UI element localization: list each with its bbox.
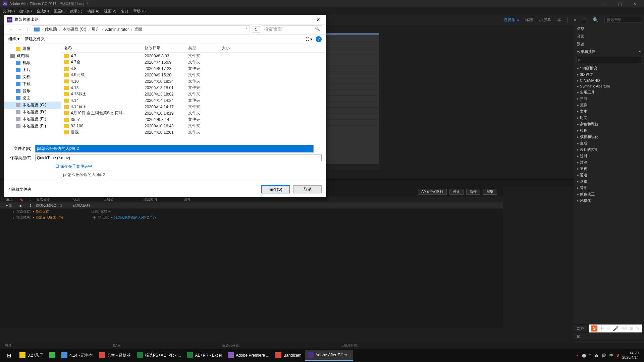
col-notes[interactable]: 注释	[184, 197, 224, 202]
dialog-file-list[interactable]: 名称 修改日期 类型 大小 4.72020/4/8 8:03文件夹4.7全202…	[61, 44, 326, 141]
file-row[interactable]: 4.13截图2020/4/13 18:02文件夹	[61, 91, 326, 97]
view-mode-button[interactable]: ☷ ▾	[306, 37, 312, 42]
taskbar-item[interactable]: Bandicam	[273, 350, 304, 361]
tray-net-icon[interactable]: 🖧	[594, 353, 598, 357]
start-button[interactable]: ⊞	[2, 349, 15, 362]
taskbar-item[interactable]: 长空 - 吕婕菲	[96, 350, 133, 361]
workspace-essentials[interactable]: 必要项 ≡	[503, 17, 519, 23]
taskbar-item[interactable]: Adobe Premiere ...	[225, 350, 272, 361]
menu-file[interactable]: 文件(F)	[3, 9, 15, 14]
fx-category[interactable]: 透视	[576, 166, 642, 172]
workspace-small[interactable]: 小屏幕	[539, 17, 551, 23]
fx-category[interactable]: 模拟	[576, 127, 642, 134]
col-type[interactable]: 类型	[185, 44, 219, 53]
fx-category[interactable]: 抠像	[576, 102, 642, 108]
menu-window[interactable]: 窗口	[121, 9, 128, 14]
fx-category[interactable]: Synthetic Aperture	[576, 83, 642, 89]
col-size[interactable]: 大小	[219, 44, 326, 53]
render-settings-link[interactable]: ▾ 最佳设置	[33, 209, 49, 214]
sidebar-item[interactable]: 本地磁盘 (F:)	[4, 123, 61, 130]
menu-edit[interactable]: 编辑(E)	[19, 9, 32, 14]
nav-forward-button[interactable]: →	[16, 27, 23, 32]
ime-logo-icon[interactable]: S	[591, 325, 597, 331]
file-row[interactable]: 4.102020/4/10 18:34文件夹	[61, 78, 326, 84]
sidebar-item[interactable]: 此电脑	[4, 52, 61, 59]
dialog-close-button[interactable]: ✕	[314, 17, 323, 22]
col-render[interactable]: 渲染	[6, 197, 19, 202]
help-search-input[interactable]	[604, 17, 641, 23]
system-tray[interactable]: ● ⬤ ^ 🖧 🔊 中 S 14:29 2020/4/14	[576, 351, 642, 360]
dialog-search-input[interactable]: 搜索"桌面"🔍	[262, 25, 322, 33]
refresh-button[interactable]: ↻	[252, 26, 260, 33]
fx-category[interactable]: 时间	[576, 115, 642, 121]
sidebar-item[interactable]: 本地磁盘 (E:)	[4, 116, 61, 123]
file-row[interactable]: 4.142020/4/14 14:24文件夹	[61, 97, 326, 104]
ime-keyboard-icon[interactable]: ⌨	[621, 326, 627, 331]
menu-effect[interactable]: 效果(T)	[70, 9, 82, 14]
organize-button[interactable]: 组织 ▾	[8, 36, 19, 42]
ime-skin-icon[interactable]: ✎	[636, 326, 640, 331]
panel-reset-icon[interactable]: ⬚	[582, 17, 587, 22]
file-row[interactable]: 35-512020/4/9 8:14文件夹	[61, 116, 326, 123]
sidebar-item[interactable]: 文档	[4, 73, 61, 80]
fx-category[interactable]: 表达式控制	[576, 146, 642, 153]
panel-library[interactable]: 库	[574, 333, 644, 341]
minimize-button[interactable]: —	[599, 0, 612, 7]
sidebar-item[interactable]: 音乐	[4, 87, 61, 95]
panel-info[interactable]: 信息	[574, 25, 644, 33]
sidebar-item[interactable]: 本地磁盘 (C:)	[4, 102, 61, 109]
filename-dropdown-icon[interactable]: ˅	[316, 146, 322, 151]
sidebar-item[interactable]: 桌面	[4, 95, 61, 102]
col-time[interactable]: 渲染时间	[144, 197, 184, 202]
menu-view[interactable]: 视图(V)	[104, 9, 116, 14]
workspace-standard[interactable]: 标准	[525, 17, 533, 23]
fx-category[interactable]: 过渡	[576, 159, 642, 166]
tray-ime-icon[interactable]: S	[616, 353, 619, 357]
fx-category[interactable]: * 动画预设	[576, 65, 642, 71]
col-started[interactable]: 已启动	[103, 197, 144, 202]
file-row[interactable]: 4.82020/4/8 17:23文件夹	[61, 65, 326, 72]
file-row[interactable]: 4.14截图2020/4/14 14:17文件夹	[61, 104, 326, 110]
fx-category[interactable]: 风格化	[576, 197, 642, 204]
ime-settings-icon[interactable]: ⚙	[629, 326, 634, 331]
file-row[interactable]: 4.7全2020/4/7 15:09文件夹	[61, 59, 326, 65]
taskbar-item[interactable]: 4.14 - 记事本	[59, 350, 96, 361]
file-row[interactable]: 4.9完成2020/4/9 15:20文件夹	[61, 72, 326, 78]
panel-preview[interactable]: 预览	[574, 40, 644, 48]
subfolder-checkbox[interactable]: ☐ 保存在子文件夹中	[8, 162, 322, 171]
fx-category[interactable]: 音频	[576, 185, 642, 191]
stop-button[interactable]: 停止	[449, 189, 464, 195]
fx-category[interactable]: 过时	[576, 153, 642, 159]
tray-up-icon[interactable]: ^	[589, 353, 591, 357]
col-name[interactable]: 名称	[61, 44, 142, 53]
cancel-button[interactable]: 取消	[293, 185, 322, 193]
ime-mic-icon[interactable]: 🎤	[613, 326, 619, 331]
clock[interactable]: 14:29 2020/4/14	[622, 351, 639, 360]
filename-input[interactable]: ps怎么把旁边的人p掉 2	[35, 145, 314, 153]
col-status[interactable]: 状态	[73, 197, 103, 202]
new-folder-button[interactable]: 新建文件夹	[25, 36, 45, 42]
menu-animation[interactable]: 动画(A)	[87, 9, 100, 14]
file-row[interactable]: 4.132020/4/13 18:01文件夹	[61, 84, 326, 91]
nav-back-button[interactable]: ←	[8, 27, 14, 32]
fx-category[interactable]: 扭曲	[576, 96, 642, 102]
fx-category[interactable]: 3D 通道	[576, 71, 642, 78]
fx-category[interactable]: 遮罩	[576, 178, 642, 185]
col-date[interactable]: 修改日期	[142, 44, 185, 53]
save-button[interactable]: 保存(S)	[261, 185, 290, 193]
output-module-link[interactable]: ▾ 自定义: QuickTime	[33, 215, 63, 220]
workspace-library[interactable]: 库	[557, 17, 561, 23]
taskbar-item[interactable]: AE+PR - Excel	[184, 350, 224, 361]
breadcrumb[interactable]: ›此电脑 ›本地磁盘 (C:) ›用户 ›Administrator ›桌面 ˅	[32, 25, 250, 33]
effects-search-input[interactable]	[576, 57, 641, 63]
subfolder-name-input[interactable]: ps怎么把旁边的人p掉 2	[61, 171, 111, 179]
dialog-sidebar[interactable]: 录屏此电脑视频图片文档下载音乐桌面本地磁盘 (C:)本地磁盘 (D:)本地磁盘 …	[4, 44, 61, 141]
file-row[interactable]: 4.72020/4/8 8:03文件夹	[61, 53, 326, 59]
fx-category[interactable]: CINEMA 4D	[576, 78, 642, 83]
menu-help[interactable]: 帮助(H)	[133, 9, 146, 14]
filetype-dropdown[interactable]: QuickTime (*.mov)˅	[35, 155, 322, 161]
render-item-row[interactable]: ▾ ☑ ■ 1 ps怎么把旁边... 2 已加入队列	[0, 202, 503, 208]
help-button[interactable]: ?	[316, 36, 322, 42]
taskbar-item[interactable]: 3.27录屏	[17, 350, 46, 361]
nav-up-button[interactable]: ↑	[25, 27, 30, 32]
